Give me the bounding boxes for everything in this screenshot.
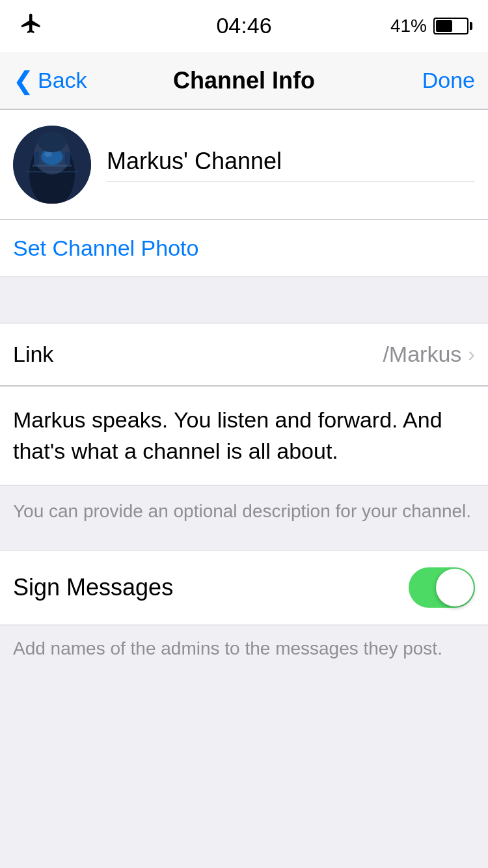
svg-rect-8 bbox=[33, 165, 72, 167]
description-hint-section: You can provide an optional description … bbox=[0, 485, 488, 537]
status-bar: 04:46 41% bbox=[0, 0, 488, 52]
svg-rect-9 bbox=[26, 171, 78, 172]
back-button[interactable]: ❮ Back bbox=[13, 66, 87, 95]
link-value-container: /Markus › bbox=[383, 342, 475, 367]
bottom-area bbox=[0, 688, 488, 868]
sign-messages-hint-text: Add names of the admins to the messages … bbox=[13, 636, 475, 661]
description-hint-text: You can provide an optional description … bbox=[13, 498, 475, 524]
channel-section bbox=[0, 109, 488, 220]
avatar[interactable] bbox=[13, 126, 91, 204]
svg-point-6 bbox=[44, 152, 52, 157]
content: Set Channel Photo Link /Markus › Markus … bbox=[0, 109, 488, 868]
svg-rect-10 bbox=[34, 152, 39, 165]
battery-percentage: 41% bbox=[390, 16, 427, 36]
sign-messages-hint-section: Add names of the admins to the messages … bbox=[0, 625, 488, 687]
chevron-right-icon: › bbox=[468, 342, 475, 366]
battery-fill bbox=[436, 20, 452, 32]
link-label: Link bbox=[13, 342, 53, 367]
section-spacer bbox=[0, 277, 488, 323]
svg-rect-11 bbox=[65, 152, 70, 165]
sign-messages-label: Sign Messages bbox=[13, 574, 173, 601]
toggle-knob bbox=[436, 569, 474, 606]
sign-messages-section: Sign Messages bbox=[0, 550, 488, 625]
set-channel-photo-button[interactable]: Set Channel Photo bbox=[13, 236, 198, 261]
nav-title: Channel Info bbox=[173, 67, 315, 94]
sign-messages-toggle[interactable] bbox=[409, 567, 475, 608]
description-section: Markus speaks. You listen and forward. A… bbox=[0, 386, 488, 485]
description-text: Markus speaks. You listen and forward. A… bbox=[13, 405, 475, 467]
airplane-icon bbox=[20, 12, 43, 40]
battery-icon bbox=[433, 18, 468, 34]
avatar-image bbox=[13, 126, 91, 204]
back-label: Back bbox=[38, 68, 87, 93]
set-channel-photo-section: Set Channel Photo bbox=[0, 220, 488, 277]
channel-name-input[interactable] bbox=[107, 148, 475, 182]
status-right: 41% bbox=[390, 16, 468, 36]
nav-bar: ❮ Back Channel Info Done bbox=[0, 52, 488, 109]
done-button[interactable]: Done bbox=[422, 68, 475, 93]
link-row[interactable]: Link /Markus › bbox=[0, 323, 488, 386]
status-left bbox=[20, 12, 43, 40]
chevron-left-icon: ❮ bbox=[13, 66, 34, 95]
spacer-2 bbox=[0, 537, 488, 550]
status-time: 04:46 bbox=[216, 13, 271, 38]
link-value-text: /Markus bbox=[383, 342, 461, 367]
svg-point-7 bbox=[38, 131, 66, 152]
